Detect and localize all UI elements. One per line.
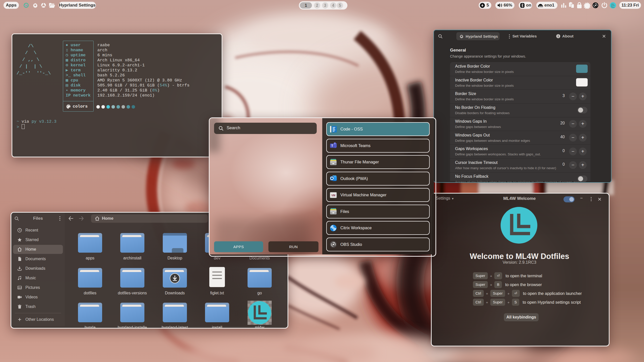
svg-text:AI: AI [25, 4, 27, 7]
svg-text:T: T [331, 144, 333, 148]
svg-text:VM: VM [331, 194, 335, 197]
